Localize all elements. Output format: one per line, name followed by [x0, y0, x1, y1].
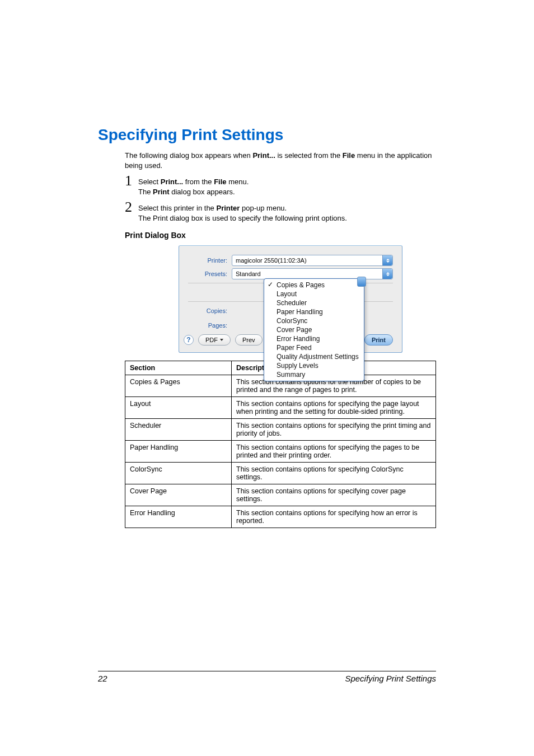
table-row: LayoutThis section contains options for …	[125, 397, 436, 419]
step-1-number: 1	[125, 174, 138, 188]
menu-item-summary[interactable]: Summary	[264, 370, 364, 379]
print-dialog-box-heading: Print Dialog Box	[125, 231, 436, 240]
step-1-file-keyword: File	[214, 178, 226, 186]
pdf-button[interactable]: PDF	[198, 334, 231, 346]
step-1-line-2: The Print dialog box appears.	[138, 187, 249, 197]
table-row: Error HandlingThis section contains opti…	[125, 506, 436, 528]
menu-item-paper-feed[interactable]: Paper Feed	[264, 343, 364, 352]
chevron-down-icon	[220, 339, 223, 341]
step-1-text-a: Select	[138, 178, 161, 186]
menu-item-scheduler[interactable]: Scheduler	[264, 298, 364, 307]
help-button[interactable]: ?	[184, 335, 194, 345]
intro-paragraph: The following dialog box appears when Pr…	[125, 151, 436, 170]
presets-select[interactable]: Standard	[232, 268, 393, 279]
running-title: Specifying Print Settings	[345, 674, 436, 683]
table-row: ColorSyncThis section contains options f…	[125, 463, 436, 484]
step-1-text-c: from the	[183, 178, 214, 186]
updown-icon	[382, 255, 392, 265]
table-row: SchedulerThis section contains options f…	[125, 419, 436, 441]
step-2-text-a: Select this printer in the	[138, 204, 216, 212]
menu-item-layout[interactable]: Layout	[264, 290, 364, 298]
intro-text-c: is selected from the	[275, 151, 343, 160]
step-1b-print-keyword: Print	[153, 188, 170, 196]
page-number: 22	[98, 674, 107, 683]
printer-select-value: magicolor 2550(11:02:3A)	[236, 257, 307, 264]
menu-item-colorsync[interactable]: ColorSync	[264, 316, 364, 325]
menu-item-paper-handling[interactable]: Paper Handling	[264, 307, 364, 316]
menu-item-quality-adjustment[interactable]: Quality Adjustment Settings	[264, 352, 364, 361]
step-2-printer-keyword: Printer	[216, 204, 240, 212]
step-2-text-c: pop-up menu.	[240, 204, 287, 212]
presets-label: Presets:	[188, 270, 227, 277]
section-description-table: Section Description Copies & PagesThis s…	[125, 361, 436, 528]
menu-item-supply-levels[interactable]: Supply Levels	[264, 361, 364, 370]
page-footer: 22 Specifying Print Settings	[98, 671, 436, 683]
step-1b-text-c: dialog box appears.	[170, 188, 235, 196]
intro-file-keyword: File	[343, 151, 355, 160]
menu-item-error-handling[interactable]: Error Handling	[264, 334, 364, 343]
updown-icon	[382, 269, 392, 279]
printer-select[interactable]: magicolor 2550(11:02:3A)	[232, 255, 393, 266]
step-1-text-e: menu.	[227, 178, 249, 186]
table-row: Paper HandlingThis section contains opti…	[125, 441, 436, 463]
print-button[interactable]: Print	[364, 334, 393, 346]
intro-text-a: The following dialog box appears when	[125, 151, 252, 160]
printer-label: Printer:	[188, 257, 227, 264]
print-dialog-screenshot: Printer: magicolor 2550(11:02:3A) Preset…	[179, 245, 436, 353]
section-popup-menu[interactable]: Copies & Pages Layout Scheduler Paper Ha…	[264, 278, 364, 381]
step-2-line-1: Select this printer in the Printer pop-u…	[138, 203, 347, 213]
step-2-number: 2	[125, 200, 138, 214]
step-1b-text-a: The	[138, 188, 153, 196]
copies-label: Copies:	[207, 307, 227, 314]
table-header-section: Section	[125, 361, 232, 375]
step-1-line-1: Select Print... from the File menu.	[138, 177, 249, 187]
preview-button[interactable]: Prev	[235, 334, 263, 346]
menu-item-copies-pages[interactable]: Copies & Pages	[264, 281, 364, 290]
page-heading: Specifying Print Settings	[98, 126, 436, 144]
pages-label: Pages:	[208, 322, 227, 329]
table-row: Cover PageThis section contains options …	[125, 484, 436, 506]
pdf-button-label: PDF	[205, 337, 218, 343]
step-2-line-2: The Print dialog box is used to specify …	[138, 213, 347, 223]
presets-select-value: Standard	[236, 270, 261, 277]
menu-item-cover-page[interactable]: Cover Page	[264, 325, 364, 334]
step-1-print-keyword: Print...	[161, 178, 183, 186]
intro-print-keyword: Print...	[252, 151, 275, 160]
